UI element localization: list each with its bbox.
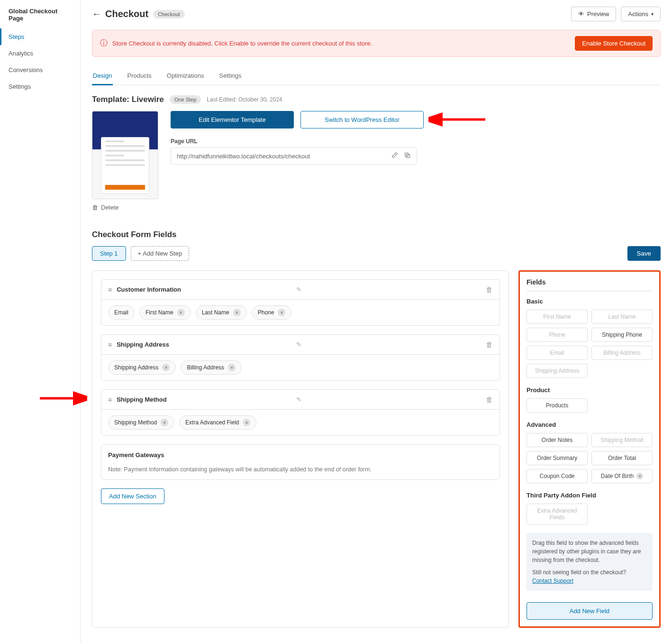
field-chip-shipping-method[interactable]: Shipping Method× xyxy=(108,415,174,430)
template-thumb-wrap: 🗑 Delete xyxy=(92,111,158,211)
trash-icon[interactable]: 🗑 xyxy=(486,285,493,294)
page-header: ← Checkout Checkout 👁Preview Actions xyxy=(92,7,661,21)
edit-url-icon[interactable] xyxy=(391,152,398,160)
enable-store-checkout-button[interactable]: Enable Store Checkout xyxy=(575,36,653,51)
panel-title: Fields xyxy=(527,278,653,291)
switch-wordpress-button[interactable]: Switch to WordPress Editor xyxy=(300,111,424,129)
remove-icon[interactable]: × xyxy=(233,309,241,316)
field-phone[interactable]: Phone xyxy=(527,328,588,342)
field-firstname[interactable]: First Name xyxy=(527,310,588,324)
remove-icon[interactable]: × xyxy=(228,364,236,371)
field-chip-email[interactable]: Email xyxy=(108,305,135,320)
back-arrow-icon[interactable]: ← xyxy=(92,9,101,19)
section-title: Shipping Method xyxy=(117,396,291,403)
field-lastname[interactable]: Last Name xyxy=(591,310,653,324)
product-subtitle: Product xyxy=(527,386,653,394)
main: ← Checkout Checkout 👁Preview Actions ⓘ S… xyxy=(81,0,672,643)
payment-gateways-section: Payment Gateways Note: Payment Informati… xyxy=(101,444,500,480)
section-customer-info: ≡ Customer Information ✎ 🗑 Email First N… xyxy=(101,279,500,326)
field-chip-lastname[interactable]: Last Name× xyxy=(196,305,247,320)
template-thumbnail[interactable] xyxy=(92,111,158,199)
field-order-total[interactable]: Order Total xyxy=(591,451,653,465)
field-chip-extra-advanced[interactable]: Extra Advanced Field× xyxy=(179,415,256,430)
trash-icon[interactable]: 🗑 xyxy=(486,395,493,404)
field-date-of-birth[interactable]: Date Of Birth× xyxy=(591,469,653,483)
info-box: Drag this field to show the advanced fie… xyxy=(527,533,653,591)
sidebar-item-analytics[interactable]: Analytics xyxy=(0,45,80,62)
edit-elementor-button[interactable]: Edit Elementor Template xyxy=(171,111,294,129)
trash-icon: 🗑 xyxy=(92,204,98,211)
one-step-badge: One Step xyxy=(170,95,201,104)
field-coupon-code[interactable]: Coupon Code xyxy=(527,469,588,483)
remove-icon[interactable]: × xyxy=(161,419,168,426)
form-sections: ≡ Customer Information ✎ 🗑 Email First N… xyxy=(92,270,509,628)
page-title: Checkout xyxy=(105,9,148,19)
field-shipping-method[interactable]: Shipping Method xyxy=(591,433,653,447)
step-row: Step 1 + Add New Step Save xyxy=(92,246,661,261)
template-header: Template: Livewire One Step Last Edited:… xyxy=(92,95,661,104)
sidebar-item-steps[interactable]: Steps xyxy=(0,28,80,45)
last-edited: Last Edited: October 30, 2024 xyxy=(207,96,282,103)
pencil-icon[interactable]: ✎ xyxy=(296,396,301,403)
add-new-section-button[interactable]: Add New Section xyxy=(101,488,164,504)
fields-panel: Fields Basic First Name Last Name Phone … xyxy=(518,270,661,628)
pencil-icon[interactable]: ✎ xyxy=(296,286,301,293)
alert-text: Store Checkout is currently disabled. Cl… xyxy=(112,40,570,47)
contact-support-link[interactable]: Contact Support xyxy=(532,578,573,584)
remove-icon[interactable]: × xyxy=(162,364,170,371)
field-order-notes[interactable]: Order Notes xyxy=(527,433,588,447)
drag-handle-icon[interactable]: ≡ xyxy=(108,341,112,349)
field-billing-address[interactable]: Billing Address xyxy=(591,346,653,360)
sidebar-item-settings[interactable]: Settings xyxy=(0,78,80,95)
add-new-field-button[interactable]: Add New Field xyxy=(527,602,653,620)
field-extra-advanced[interactable]: Extra Advanced Fields xyxy=(527,504,588,524)
step-1-tab[interactable]: Step 1 xyxy=(92,246,126,261)
drag-handle-icon[interactable]: ≡ xyxy=(108,396,112,404)
field-products[interactable]: Products xyxy=(527,398,588,413)
sidebar-item-conversions[interactable]: Conversions xyxy=(0,62,80,78)
tab-optimizations[interactable]: Optimizations xyxy=(166,67,205,85)
field-chip-billing-address[interactable]: Billing Address× xyxy=(181,360,242,375)
trash-icon[interactable]: 🗑 xyxy=(486,340,493,349)
field-order-summary[interactable]: Order Summary xyxy=(527,451,588,465)
remove-icon[interactable]: × xyxy=(636,473,643,479)
remove-icon[interactable]: × xyxy=(278,309,285,316)
advanced-subtitle: Advanced xyxy=(527,421,653,428)
page-url-label: Page URL xyxy=(171,138,661,145)
field-shipping-phone[interactable]: Shipping Phone xyxy=(591,328,653,342)
tab-settings[interactable]: Settings xyxy=(218,67,243,85)
sidebar: Global Checkout Page Steps Analytics Con… xyxy=(0,0,81,643)
info-text-2: Still not seeing field on the checkout? … xyxy=(532,568,647,585)
remove-icon[interactable]: × xyxy=(243,419,250,426)
drag-handle-icon[interactable]: ≡ xyxy=(108,286,112,294)
field-chip-phone[interactable]: Phone× xyxy=(252,305,292,320)
section-shipping-method: ≡ Shipping Method ✎ 🗑 Shipping Method× E… xyxy=(101,389,500,436)
pencil-icon[interactable]: ✎ xyxy=(296,341,301,348)
header-badge: Checkout xyxy=(153,10,184,18)
arrow-indicator-left xyxy=(35,389,87,409)
page-url: http://nahidfunnelkittwo.local/checkouts… xyxy=(177,153,385,160)
section-shipping-address: ≡ Shipping Address ✎ 🗑 Shipping Address×… xyxy=(101,334,500,381)
section-title: Shipping Address xyxy=(117,341,291,348)
field-shipping-address[interactable]: Shipping Address xyxy=(527,364,588,378)
tab-design[interactable]: Design xyxy=(92,67,113,85)
copy-url-icon[interactable] xyxy=(404,152,411,160)
remove-icon[interactable]: × xyxy=(177,309,185,316)
delete-template-button[interactable]: 🗑 Delete xyxy=(92,204,158,211)
sidebar-title: Global Checkout Page xyxy=(0,6,80,28)
info-icon: ⓘ xyxy=(100,38,108,48)
basic-subtitle: Basic xyxy=(527,298,653,305)
field-chip-shipping-address[interactable]: Shipping Address× xyxy=(108,360,176,375)
tab-products[interactable]: Products xyxy=(126,67,152,85)
preview-button[interactable]: 👁Preview xyxy=(571,7,616,21)
third-party-subtitle: Third Party Addon Field xyxy=(527,492,653,499)
field-email[interactable]: Email xyxy=(527,346,588,360)
add-new-step-button[interactable]: + Add New Step xyxy=(131,246,190,261)
save-button[interactable]: Save xyxy=(627,246,661,261)
eye-icon: 👁 xyxy=(578,10,584,18)
actions-dropdown[interactable]: Actions xyxy=(621,7,661,21)
payment-title: Payment Gateways xyxy=(108,451,493,459)
form-fields-title: Checkout Form Fields xyxy=(92,230,661,239)
field-chip-firstname[interactable]: First Name× xyxy=(139,305,191,320)
section-title: Customer Information xyxy=(117,286,291,293)
